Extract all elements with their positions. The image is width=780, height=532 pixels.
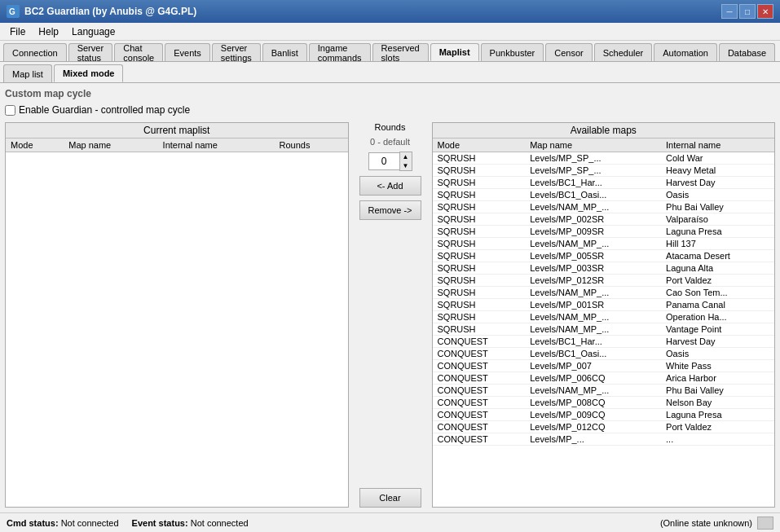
table-row[interactable]: SQRUSHLevels/NAM_MP_...Hill 137 — [433, 238, 775, 250]
table-row[interactable]: SQRUSHLevels/MP_002SRValparaíso — [433, 213, 775, 226]
minimize-button[interactable]: ─ — [721, 4, 738, 19]
clear-button[interactable]: Clear — [359, 488, 421, 508]
table-cell: White Pass — [661, 360, 774, 372]
event-status-label: Event status: — [132, 518, 188, 528]
avail-col-mode: Mode — [433, 138, 526, 152]
tab-reserved-slots[interactable]: Reserved slots — [372, 43, 429, 61]
menu-language[interactable]: Language — [65, 24, 121, 39]
tab-scheduler[interactable]: Scheduler — [594, 43, 653, 61]
table-cell: Levels/NAM_MP_... — [525, 323, 661, 336]
table-cell: Oasis — [661, 189, 774, 201]
table-cell: SQRUSH — [433, 250, 526, 262]
col-rounds: Rounds — [274, 138, 347, 152]
status-indicator — [757, 517, 773, 530]
rounds-input[interactable] — [368, 152, 399, 170]
table-cell: SQRUSH — [433, 189, 526, 201]
table-cell: Valparaíso — [661, 213, 774, 226]
table-row[interactable]: SQRUSHLevels/MP_003SRLaguna Alta — [433, 262, 775, 275]
maximize-button[interactable]: □ — [739, 4, 756, 19]
table-row[interactable]: CONQUESTLevels/BC1_Oasi...Oasis — [433, 348, 775, 360]
tab-server-status[interactable]: Server status — [68, 43, 113, 61]
add-button[interactable]: <- Add — [359, 176, 421, 196]
table-row[interactable]: CONQUESTLevels/MP_012CQPort Valdez — [433, 421, 775, 433]
table-row[interactable]: SQRUSHLevels/MP_SP_...Cold War — [433, 152, 775, 165]
rounds-spinner: ▲ ▼ — [399, 152, 412, 171]
table-cell: Levels/MP_SP_... — [525, 165, 661, 177]
table-cell: Levels/MP_012SR — [525, 275, 661, 287]
tab-automation[interactable]: Automation — [654, 43, 717, 61]
table-row[interactable]: SQRUSHLevels/MP_005SRAtacama Desert — [433, 250, 775, 262]
table-cell: CONQUEST — [433, 360, 526, 372]
tab-chat-console[interactable]: Chat console — [114, 43, 163, 61]
table-cell: Port Valdez — [661, 275, 774, 287]
table-row[interactable]: SQRUSHLevels/NAM_MP_...Operation Ha... — [433, 311, 775, 323]
panels: Current maplist Mode Map name Internal n… — [5, 122, 775, 508]
table-cell: Hill 137 — [661, 238, 774, 250]
table-cell: CONQUEST — [433, 397, 526, 409]
tab-maplist[interactable]: Maplist — [430, 43, 479, 61]
table-row[interactable]: SQRUSHLevels/MP_009SRLaguna Presa — [433, 226, 775, 238]
rounds-increment[interactable]: ▲ — [400, 152, 412, 161]
svg-text:G: G — [9, 7, 15, 16]
enable-guardian-label[interactable]: Enable Guardian - controlled map cycle — [19, 104, 190, 116]
table-cell: SQRUSH — [433, 311, 526, 323]
rounds-label: Rounds — [375, 122, 406, 132]
table-cell: SQRUSH — [433, 226, 526, 238]
table-cell: Levels/NAM_MP_... — [525, 385, 661, 397]
table-row[interactable]: SQRUSHLevels/MP_012SRPort Valdez — [433, 275, 775, 287]
table-cell: Harvest Day — [661, 177, 774, 189]
tab-punkbuster[interactable]: Punkbuster — [481, 43, 544, 61]
table-cell: Laguna Alta — [661, 262, 774, 275]
tab-banlist[interactable]: Banlist — [262, 43, 307, 61]
table-row[interactable]: SQRUSHLevels/NAM_MP_...Phu Bai Valley — [433, 201, 775, 213]
remove-button[interactable]: Remove -> — [359, 200, 421, 220]
tab-events[interactable]: Events — [165, 43, 210, 61]
table-row[interactable]: SQRUSHLevels/NAM_MP_...Vantage Point — [433, 323, 775, 336]
sub-tab-bar: Map list Mixed mode — [0, 62, 780, 83]
menu-help[interactable]: Help — [32, 24, 65, 39]
current-maplist-scroll[interactable]: Mode Map name Internal name Rounds — [6, 138, 348, 507]
table-cell: CONQUEST — [433, 348, 526, 360]
menu-bar: File Help Language — [0, 23, 780, 41]
enable-guardian-checkbox[interactable] — [5, 105, 15, 116]
close-button[interactable]: ✕ — [757, 4, 773, 19]
col-internalname: Internal name — [158, 138, 275, 152]
table-cell: Operation Ha... — [661, 311, 774, 323]
table-cell: SQRUSH — [433, 287, 526, 299]
rounds-decrement[interactable]: ▼ — [400, 161, 412, 170]
table-row[interactable]: CONQUESTLevels/NAM_MP_...Phu Bai Valley — [433, 385, 775, 397]
table-row[interactable]: CONQUESTLevels/MP_...... — [433, 433, 775, 446]
tab-server-settings[interactable]: Server settings — [212, 43, 261, 61]
available-maps-scroll[interactable]: Mode Map name Internal name SQRUSHLevels… — [433, 138, 775, 507]
tab-ingame-commands[interactable]: Ingame commands — [309, 43, 371, 61]
table-row[interactable]: SQRUSHLevels/BC1_Har...Harvest Day — [433, 177, 775, 189]
table-cell: Levels/NAM_MP_... — [525, 311, 661, 323]
tab-database[interactable]: Database — [719, 43, 775, 61]
menu-file[interactable]: File — [3, 24, 32, 39]
table-row[interactable]: CONQUESTLevels/MP_008CQNelson Bay — [433, 397, 775, 409]
table-cell: SQRUSH — [433, 152, 526, 165]
table-cell: SQRUSH — [433, 238, 526, 250]
custom-map-cycle-label: Custom map cycle — [5, 88, 775, 99]
table-row[interactable]: SQRUSHLevels/BC1_Oasi...Oasis — [433, 189, 775, 201]
table-row[interactable]: CONQUESTLevels/MP_007White Pass — [433, 360, 775, 372]
current-maplist-panel: Current maplist Mode Map name Internal n… — [5, 122, 349, 508]
title-bar: G BC2 Guardian (by Anubis @ G4G.PL) ─ □ … — [0, 0, 780, 23]
table-row[interactable]: CONQUESTLevels/MP_006CQArica Harbor — [433, 372, 775, 385]
table-row[interactable]: SQRUSHLevels/MP_SP_...Heavy Metal — [433, 165, 775, 177]
sub-tab-mixed-mode[interactable]: Mixed mode — [54, 64, 124, 82]
table-cell: CONQUEST — [433, 421, 526, 433]
cmd-status-value: Not connected — [61, 518, 119, 528]
table-cell: Laguna Presa — [661, 409, 774, 421]
table-row[interactable]: SQRUSHLevels/NAM_MP_...Cao Son Tem... — [433, 287, 775, 299]
table-cell: Port Valdez — [661, 421, 774, 433]
table-row[interactable]: CONQUESTLevels/BC1_Har...Harvest Day — [433, 336, 775, 348]
tab-censor[interactable]: Censor — [545, 43, 592, 61]
content-area: Custom map cycle Enable Guardian - contr… — [0, 83, 780, 512]
table-row[interactable]: CONQUESTLevels/MP_009CQLaguna Presa — [433, 409, 775, 421]
table-row[interactable]: SQRUSHLevels/MP_001SRPanama Canal — [433, 299, 775, 311]
main-tab-bar: Connection Server status Chat console Ev… — [0, 41, 780, 62]
sub-tab-map-list[interactable]: Map list — [3, 64, 52, 82]
tab-connection[interactable]: Connection — [3, 43, 67, 61]
app-icon: G — [7, 5, 20, 18]
